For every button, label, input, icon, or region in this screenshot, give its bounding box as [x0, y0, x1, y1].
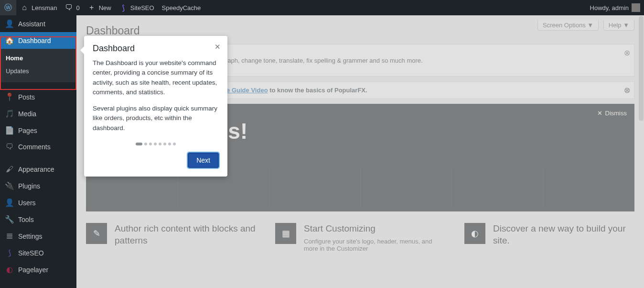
page-icon: 📄 [5, 126, 14, 135]
avatar [632, 3, 640, 12]
howdy-text: Howdy, admin [590, 4, 629, 11]
dot-step-1 [136, 143, 142, 145]
home-icon: ⌂ [20, 3, 29, 12]
plus-icon: + [87, 3, 96, 12]
dot-step-5 [159, 143, 161, 145]
siteseo-icon: ⟆ [119, 3, 128, 12]
submenu-home[interactable]: Home [0, 52, 76, 65]
menu-label: Assistant [18, 20, 45, 28]
menu-label: Plugins [18, 182, 40, 190]
wp-logo[interactable]: ⓦ [0, 0, 16, 15]
tour-paragraph-2: Several plugins also display quick summa… [93, 104, 219, 133]
dot-step-6 [163, 143, 166, 145]
dot-step-4 [154, 143, 157, 145]
menu-label: Comments [18, 143, 51, 151]
popover-arrow-icon [80, 46, 84, 54]
menu-posts[interactable]: 📍Posts [0, 89, 76, 105]
menu-label: SiteSEO [18, 249, 44, 257]
siteseo-icon: ⟆ [5, 248, 14, 257]
site-name-link[interactable]: ⌂Lensman [16, 0, 61, 15]
dot-step-2 [144, 143, 147, 145]
menu-users[interactable]: 👤Users [0, 194, 76, 211]
my-account[interactable]: Howdy, admin [586, 0, 644, 15]
menu-label: Users [18, 199, 36, 207]
speedycache-label: SpeedyCache [162, 4, 201, 11]
menu-label: Tools [18, 216, 34, 223]
menu-assistant[interactable]: 👤Assistant [0, 15, 76, 32]
gauge-icon: 🏠 [5, 36, 14, 45]
menu-siteseo[interactable]: ⟆SiteSEO [0, 244, 76, 261]
menu-label: Appearance [18, 166, 54, 173]
tour-title: Dashboard [93, 44, 219, 54]
siteseo-label: SiteSEO [130, 4, 154, 11]
menu-pagelayer[interactable]: ◐Pagelayer [0, 261, 76, 278]
speedycache-toolbar[interactable]: SpeedyCache [158, 0, 205, 15]
wrench-icon: 🔧 [5, 215, 14, 224]
comments-link[interactable]: 🗨0 [61, 0, 83, 15]
admin-bar: ⓦ ⌂Lensman 🗨0 +New ⟆SiteSEO SpeedyCache … [0, 0, 644, 15]
menu-appearance[interactable]: 🖌Appearance [0, 161, 76, 177]
user-icon: 👤 [5, 19, 14, 28]
menu-media[interactable]: 🎵Media [0, 105, 76, 122]
menu-label: Pagelayer [18, 266, 48, 274]
tour-paragraph-1: The Dashboard is your website's command … [93, 58, 219, 97]
menu-label: Pages [18, 127, 37, 134]
menu-plugins[interactable]: 🔌Plugins [0, 177, 76, 194]
menu-label: Posts [18, 93, 35, 101]
menu-label: Dashboard [18, 37, 51, 44]
dot-step-7 [168, 143, 171, 145]
new-content-link[interactable]: +New [84, 0, 115, 15]
menu-dashboard[interactable]: 🏠Dashboard [0, 32, 76, 49]
tour-close-button[interactable]: ✕ [215, 43, 221, 51]
new-label: New [99, 4, 111, 11]
tour-progress-dots [93, 140, 219, 147]
comment-icon: 🗨 [5, 143, 14, 151]
dot-step-8 [173, 143, 176, 145]
submenu-dashboard: Home Updates [0, 49, 76, 82]
media-icon: 🎵 [5, 109, 14, 118]
menu-comments[interactable]: 🗨Comments [0, 139, 76, 155]
tour-next-button[interactable]: Next [188, 153, 219, 168]
users-icon: 👤 [5, 198, 14, 207]
dot-step-3 [149, 143, 152, 145]
brush-icon: 🖌 [5, 165, 14, 174]
menu-settings[interactable]: 𝌆Settings [0, 228, 76, 244]
menu-tools[interactable]: 🔧Tools [0, 211, 76, 228]
plug-icon: 🔌 [5, 181, 14, 190]
comment-icon: 🗨 [64, 3, 73, 12]
pin-icon: 📍 [5, 92, 14, 101]
menu-pages[interactable]: 📄Pages [0, 122, 76, 139]
menu-label: Settings [18, 233, 43, 240]
menu-label: Media [18, 110, 36, 118]
comments-count: 0 [76, 4, 79, 11]
wordpress-icon: ⓦ [4, 3, 12, 13]
siteseo-toolbar[interactable]: ⟆SiteSEO [115, 0, 158, 15]
tour-popover: ✕ Dashboard The Dashboard is your websit… [84, 36, 227, 177]
pagelayer-icon: ◐ [5, 265, 14, 274]
submenu-updates[interactable]: Updates [0, 65, 76, 78]
site-name: Lensman [32, 4, 57, 11]
settings-icon: 𝌆 [5, 232, 14, 241]
admin-menu: 👤Assistant 🏠Dashboard Home Updates 📍Post… [0, 15, 76, 288]
